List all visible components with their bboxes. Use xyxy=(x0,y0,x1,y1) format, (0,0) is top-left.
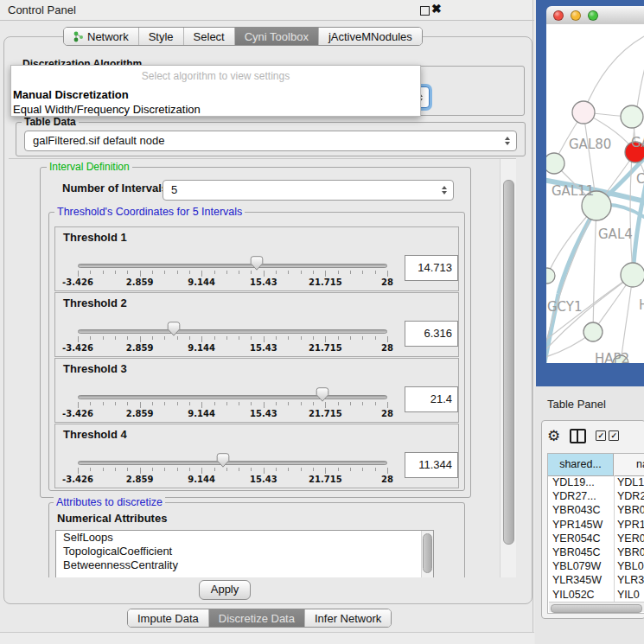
table-row[interactable]: YBR045CYBR0 xyxy=(548,546,644,560)
table-row[interactable]: YDR27...YDR2 xyxy=(548,490,644,504)
tab-network[interactable]: Network xyxy=(64,28,138,45)
slider-tick xyxy=(239,468,239,471)
table-row[interactable]: YDL19...YDL1 xyxy=(548,476,644,490)
threshold-value-field[interactable]: 6.316 xyxy=(405,321,458,347)
table-column-header[interactable]: na xyxy=(614,454,644,475)
float-window-icon[interactable] xyxy=(420,6,430,16)
tab-impute-data[interactable]: Impute Data xyxy=(128,609,208,627)
mac-close-button[interactable] xyxy=(553,10,564,21)
threshold-slider-thumb[interactable] xyxy=(250,256,264,271)
slider-tick xyxy=(177,468,178,471)
node-attribute-table[interactable]: shared...na YDL19...YDL1YDR27...YDR2YBR0… xyxy=(547,453,644,614)
threshold-slider-thumb[interactable] xyxy=(216,453,230,469)
column-divider xyxy=(614,475,615,613)
tab-label: Infer Network xyxy=(315,612,381,625)
table-row[interactable]: YER054CYER0 xyxy=(548,532,644,546)
slider-tick xyxy=(127,402,128,405)
network-window-titlebar[interactable] xyxy=(546,6,644,25)
tab-infer-network[interactable]: Infer Network xyxy=(304,609,391,627)
slider-tick xyxy=(338,468,339,471)
checkbox-checked-icon[interactable]: ✓ xyxy=(596,430,606,441)
slider-tick xyxy=(103,271,104,274)
tab-select[interactable]: Select xyxy=(183,28,234,45)
table-data-combobox[interactable]: galFiltered.sif default node xyxy=(24,131,517,151)
attribute-list-item[interactable]: SelfLoops xyxy=(56,531,433,545)
tab-jactivemnodules[interactable]: jActiveMNodules xyxy=(318,28,422,45)
slider-tick xyxy=(90,468,91,471)
slider-tick xyxy=(152,402,153,405)
slider-tick xyxy=(288,336,289,340)
network-edge-highlighted[interactable] xyxy=(558,207,596,294)
mac-zoom-button[interactable] xyxy=(588,10,598,21)
threshold-slider-track[interactable] xyxy=(78,329,387,334)
table-cell: YPR145W xyxy=(548,519,614,532)
table-row[interactable]: YBR043CYBR0 xyxy=(548,504,644,518)
slider-tick xyxy=(177,271,178,274)
table-hscrollbar-thumb[interactable] xyxy=(551,604,642,613)
gear-icon[interactable]: ⚙ xyxy=(547,429,560,443)
network-node[interactable] xyxy=(546,153,564,174)
network-node[interactable] xyxy=(621,263,644,287)
tab-discretize-data[interactable]: Discretize Data xyxy=(208,609,304,627)
numerical-attributes-list[interactable]: SelfLoopsTopologicalCoefficientBetweenne… xyxy=(55,530,434,577)
threshold-value-field[interactable]: 11.344 xyxy=(405,452,458,478)
attributes-scrollbar[interactable] xyxy=(421,531,433,577)
network-edge[interactable] xyxy=(593,206,596,332)
slider-tick xyxy=(103,336,104,340)
screenshot-root: { "window": { "title": "Control Panel" }… xyxy=(0,0,644,644)
checkbox-checked-icon[interactable]: ✓ xyxy=(609,430,619,441)
threshold-value-field[interactable]: 14.713 xyxy=(405,255,458,281)
network-node[interactable] xyxy=(583,322,603,341)
table-row[interactable]: YLR345WYLR3 xyxy=(548,574,644,588)
network-node[interactable] xyxy=(572,101,595,124)
threshold-coordinates-title: Threshold's Coordinates for 5 Intervals xyxy=(54,206,245,218)
network-canvas[interactable]: GAL80GACGAL11GAL4GCY1HHAP2 xyxy=(546,24,644,363)
algorithm-option[interactable]: Manual Discretization xyxy=(11,87,420,102)
threshold-slider-thumb[interactable] xyxy=(316,387,329,403)
algorithm-option[interactable]: Equal Width/Frequency Discretization xyxy=(11,102,420,117)
network-node[interactable] xyxy=(621,105,643,128)
threshold-value-field[interactable]: 21.4 xyxy=(405,386,458,412)
table-row[interactable]: YBL079WYBL0 xyxy=(548,560,644,574)
attribute-list-item[interactable]: TopologicalCoefficient xyxy=(56,545,433,558)
threshold-slider-track[interactable] xyxy=(78,395,387,399)
table-row[interactable]: YPR145WYPR1 xyxy=(548,519,644,532)
table-hscrollbar[interactable] xyxy=(549,602,644,612)
columns-icon[interactable] xyxy=(570,429,586,443)
table-column-header[interactable]: shared... xyxy=(548,454,614,475)
slider-tick xyxy=(301,402,302,405)
combo-arrows-icon xyxy=(442,186,447,194)
table-cell: YER0 xyxy=(614,532,644,546)
tab-style[interactable]: Style xyxy=(138,28,183,45)
attributes-scrollbar-thumb[interactable] xyxy=(423,533,432,573)
slider-tick xyxy=(338,402,339,405)
slider-tick-label: 15.43 xyxy=(241,475,286,484)
threshold-panel: Threshold 1-3.4262.8599.14415.4321.71528… xyxy=(54,226,459,291)
tab-cyni-toolbox[interactable]: Cyni Toolbox xyxy=(234,28,318,45)
threshold-label: Threshold 3 xyxy=(63,362,127,375)
mac-minimize-button[interactable] xyxy=(571,10,581,21)
network-node[interactable] xyxy=(546,268,555,284)
network-edge[interactable] xyxy=(583,36,644,112)
number-of-intervals-value: 5 xyxy=(171,183,177,196)
settings-scrollbar[interactable] xyxy=(500,159,516,577)
slider-tick-label: 9.144 xyxy=(179,409,224,418)
threshold-slider-thumb[interactable] xyxy=(167,322,181,337)
settings-scrollbar-thumb[interactable] xyxy=(503,180,514,545)
slider-tick xyxy=(239,271,239,274)
apply-button[interactable]: Apply xyxy=(199,580,251,600)
network-node-label: GAL4 xyxy=(598,226,633,242)
threshold-slider-track[interactable] xyxy=(78,461,387,465)
algorithm-hint: Select algorithm to view settings xyxy=(11,66,420,87)
attribute-list-item[interactable]: BetweennessCentrality xyxy=(56,558,433,572)
network-edge[interactable] xyxy=(621,275,633,363)
network-edge-highlighted[interactable] xyxy=(633,173,644,275)
number-of-intervals-combobox[interactable]: 5 xyxy=(163,180,454,201)
threshold-slider-track[interactable] xyxy=(78,264,387,268)
slider-tick-label: 21.715 xyxy=(303,409,348,418)
table-row[interactable]: YIL052CYIL0 xyxy=(548,589,644,603)
slider-tick xyxy=(301,271,302,274)
close-icon[interactable]: ✖ xyxy=(431,2,442,16)
slider-tick-label: 21.715 xyxy=(303,343,348,353)
slider-tick xyxy=(115,468,116,471)
